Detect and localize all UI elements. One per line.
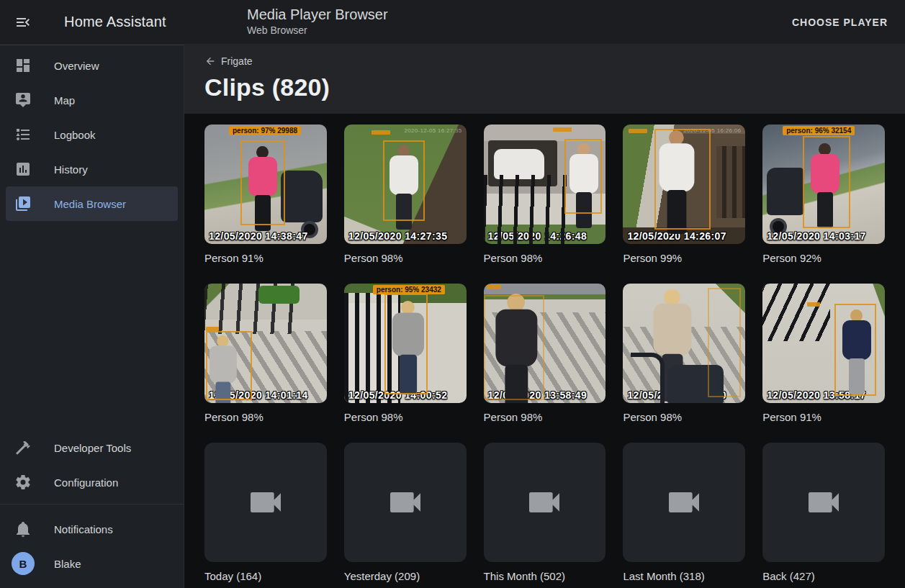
clip-thumbnail[interactable]: person: 95% 23432 12/05/2020 14:00:52 [344,284,467,403]
sidebar-toggle-button[interactable] [6,5,40,40]
folder-card-today[interactable]: Today (164) [204,443,327,583]
sidebar-item-developer-tools[interactable]: Developer Tools [6,430,178,465]
video-icon [803,482,844,523]
video-icon [246,482,286,523]
clip-thumbnail[interactable]: 12/05/2020 14:26:48 [484,125,606,244]
folder-label: Yesterday (209) [344,569,467,583]
folder-label: Back (427) [762,569,885,583]
clip-card[interactable]: 12/05/2020 13:58:30 Person 98% [623,284,745,424]
arrow-left-icon [204,55,216,67]
sidebar-item-logbook[interactable]: Logbook [6,117,178,152]
sidebar-item-label: Developer Tools [54,442,131,454]
sidebar-item-label: Notifications [54,523,113,535]
page-title-text: Media Player Browser [247,6,388,24]
clip-card[interactable]: person: 97% 29988 12/05/2020 14:38:47 Pe… [204,125,327,265]
clip-thumbnail[interactable]: person: 97% 29988 12/05/2020 14:38:47 [204,125,327,244]
page-heading: Media Player Browser Web Browser [247,6,388,37]
sidebar-item-label: Media Browser [54,198,126,210]
fence-overlay [484,175,572,244]
folder-card-last-month[interactable]: Last Month (318) [623,443,745,583]
sidebar-item-label: Logbook [54,129,96,141]
sidebar: Overview Map Logbook History Media Brows… [0,45,184,588]
clip-card[interactable]: 12/05/2020 14:26:48 Person 98% [484,125,606,265]
clip-label: Person 91% [204,251,327,265]
clip-card[interactable]: 12/05/2020 13:58:17 Person 91% [762,284,885,424]
dashboard-icon [14,57,32,74]
clip-thumbnail[interactable]: 2020-12-05 16:27:35 12/05/2020 14:27:35 [344,125,467,244]
sidebar-item-label: History [54,163,88,176]
folder-label: Today (164) [204,569,327,583]
clip-thumbnail[interactable]: 12/05/2020 14:01:14 [204,284,327,403]
detection-box [654,129,711,230]
sidebar-item-map[interactable]: Map [6,83,178,117]
sidebar-item-configuration[interactable]: Configuration [6,465,178,499]
clip-card[interactable]: 2020-12-05 16:26:06 12/05/2020 14:26:07 … [623,125,745,265]
bell-icon [14,520,32,538]
sidebar-nav: Overview Map Logbook History Media Brows… [0,45,184,221]
clip-thumbnail[interactable]: 12/05/2020 13:58:30 [623,284,745,403]
video-icon [664,482,704,523]
folder-card-yesterday[interactable]: Yesterday (209) [344,443,467,583]
detection-box [484,295,544,400]
clip-label: Person 98% [484,251,606,265]
page-subtitle-text: Web Browser [247,24,388,37]
account-tooltip-icon [14,91,32,109]
clip-label: Person 99% [623,251,745,265]
choose-player-button[interactable]: CHOOSE PLAYER [788,0,892,45]
detection-label: person: 97% 29988 [229,126,301,135]
clip-card[interactable]: 2020-12-05 16:27:35 12/05/2020 14:27:35 … [344,125,467,265]
clip-thumbnail[interactable]: 12/05/2020 13:58:17 [762,284,885,403]
folder-thumbnail[interactable] [762,443,885,562]
detection-box [564,139,602,214]
clip-card[interactable]: 12/05/2020 14:01:14 Person 98% [204,284,327,424]
railing-overlay [762,284,829,341]
clip-thumbnail[interactable]: 12/05/2020 13:58:49 [484,284,606,403]
detection-label-small [206,327,219,331]
figure-torso [654,304,692,356]
stroller-shape [281,171,323,222]
clip-thumbnail[interactable]: 2020-12-05 16:26:06 12/05/2020 14:26:07 [623,125,745,244]
camera-timestamp-overlay: 2020-12-05 16:27:35 [405,127,462,134]
sidebar-item-media-browser[interactable]: Media Browser [6,186,178,221]
sidebar-item-overview[interactable]: Overview [6,48,178,83]
folder-card-this-month[interactable]: This Month (502) [484,443,606,583]
clip-card[interactable]: person: 95% 23432 12/05/2020 14:00:52 Pe… [344,284,467,424]
app-title: Home Assistant [64,14,166,30]
folder-card-back[interactable]: Back (427) [762,443,885,583]
detection-label-small [807,302,820,307]
clip-thumbnail[interactable]: person: 96% 32154 12/05/2020 14:03:17 [762,125,885,244]
folder-thumbnail[interactable] [344,443,467,562]
breadcrumb-frigate[interactable]: Frigate [204,55,253,67]
sidebar-divider [0,504,184,505]
folder-thumbnail[interactable] [623,443,745,562]
detection-label-small [487,285,501,289]
detection-box [383,140,425,221]
folder-thumbnail[interactable] [484,443,606,562]
timestamp-overlay: 12/05/2020 14:27:35 [348,230,448,242]
user-avatar: B [12,552,35,575]
clip-label: Person 98% [484,410,606,424]
sidebar-item-label: Map [54,94,75,107]
video-icon [385,482,426,523]
breadcrumb-label: Frigate [221,55,253,67]
gear-icon [14,474,32,491]
clip-label: Person 92% [762,251,885,265]
folder-thumbnail[interactable] [204,443,327,562]
lawn-toy-shape [258,286,300,304]
sidebar-item-user[interactable]: B Blake [6,546,178,581]
clip-card[interactable]: 12/05/2020 13:58:49 Person 98% [484,284,606,424]
detection-box [803,136,850,228]
clip-label: Person 91% [762,410,885,424]
detection-box [384,294,428,394]
bulleted-list-icon [14,126,32,143]
user-name-label: Blake [54,558,81,570]
media-header: Frigate Clips (820) [184,45,905,114]
clip-card[interactable]: person: 96% 32154 12/05/2020 14:03:17 Pe… [762,125,885,265]
sidebar-item-notifications[interactable]: Notifications [6,512,178,546]
detection-label-small [629,129,647,133]
detection-label-small [372,130,390,135]
sidebar-item-label: Configuration [54,476,118,489]
play-box-multiple-icon [14,195,32,212]
clip-label: Person 98% [344,410,467,424]
sidebar-item-history[interactable]: History [6,152,178,186]
